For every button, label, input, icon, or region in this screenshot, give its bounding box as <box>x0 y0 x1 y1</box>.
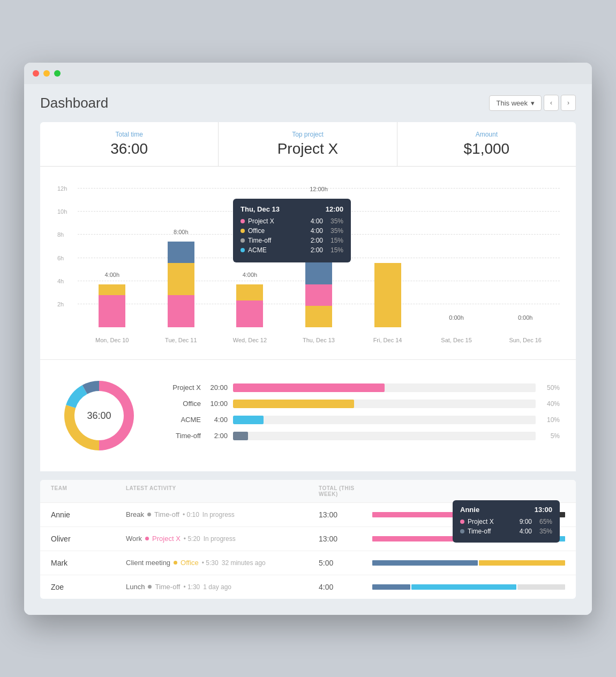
chart-tooltip: Thu, Dec 13 12:00 Project X 4:00 35% Off… <box>233 199 351 262</box>
prev-week-button[interactable]: ‹ <box>544 95 559 111</box>
progress-cell: Annie 13:00 Project X 9:00 65% Time-off … <box>372 512 565 517</box>
activity-time: • 0:10 <box>183 511 199 518</box>
tooltip-pct: 65% <box>536 518 552 525</box>
gridline-label: 2h <box>57 301 64 307</box>
mini-bar <box>411 584 516 590</box>
tooltip-total: 13:00 <box>535 506 552 514</box>
breakdown-pct: 50% <box>541 384 560 392</box>
breakdown-bar-fill <box>233 400 354 408</box>
tooltip-project-name: Project X <box>468 518 520 525</box>
breakdown-section: 36:00 Project X 20:00 50% Office 10:00 4… <box>40 360 576 471</box>
tooltip-name: Annie <box>460 506 479 514</box>
breakdown-pct: 10% <box>541 416 560 424</box>
breakdown-project-time: 20:00 <box>206 383 228 392</box>
tooltip-time: 4:00 <box>311 217 323 225</box>
tooltip-header: Annie 13:00 <box>460 506 552 514</box>
activity-type: Client meeting <box>126 559 170 567</box>
total-time-card: Total time 36:00 <box>40 122 219 166</box>
activity-status: In progress <box>202 511 235 518</box>
tooltip-row: Project X 4:00 35% <box>241 217 343 225</box>
mini-bars <box>372 560 565 566</box>
activity-type: Lunch <box>126 583 145 591</box>
team-header-chart <box>372 485 565 497</box>
tooltip-project-name: Office <box>248 227 311 235</box>
breakdown-bar-fill <box>233 416 264 424</box>
day-label: Mon, Dec 10 <box>95 337 129 343</box>
tooltip-pct: 15% <box>327 246 343 254</box>
mini-bar <box>479 560 565 566</box>
bar-group: 8:00hTue, Dec 11 <box>162 242 200 327</box>
breakdown-project-name: ACME <box>163 416 201 424</box>
day-label: Wed, Dec 12 <box>233 337 267 343</box>
tooltip-pct: 35% <box>327 217 343 225</box>
tooltip-dot <box>241 238 245 243</box>
bar-total-label: 4:00h <box>105 272 120 278</box>
activity-type: Work <box>126 535 142 543</box>
team-rows: Annie Break Time-off • 0:10 In progress … <box>40 503 576 599</box>
day-label: Tue, Dec 11 <box>165 337 197 343</box>
breakdown-bar-fill <box>233 383 385 392</box>
amount-card: Amount $1,000 <box>397 122 576 166</box>
bar-segment <box>305 284 332 306</box>
team-row: Mark Client meeting Office • 5:30 32 min… <box>40 551 576 575</box>
expand-dot <box>54 70 61 77</box>
next-week-button[interactable]: › <box>561 95 576 111</box>
activity-status: 32 minutes ago <box>222 559 266 567</box>
activity-dot <box>174 561 177 565</box>
titlebar <box>24 63 592 84</box>
donut-chart: 36:00 <box>56 373 142 458</box>
bar-segment <box>99 295 125 327</box>
tooltip-project-name: Time-off <box>468 528 520 535</box>
bar-segment <box>236 284 263 300</box>
chart-section: 12h10h8h6h4h2h 4:00hMon, Dec 108:00hTue,… <box>40 167 576 360</box>
tooltip-pct: 15% <box>327 237 343 244</box>
bar-stack: 4:00h <box>236 284 263 327</box>
tooltip-time: 2:00 <box>311 246 323 254</box>
tooltip-time: 2:00 <box>311 237 323 244</box>
close-dot <box>33 70 39 77</box>
tooltip-time: 4:00 <box>311 227 323 235</box>
gridline-label: 12h <box>57 185 67 192</box>
tooltip-pct: 35% <box>536 528 552 535</box>
tooltip-project-name: Time-off <box>248 237 311 244</box>
bar-segment <box>168 242 194 263</box>
top-project-card: Top project Project X <box>219 122 397 166</box>
activity-time: • 5:20 <box>184 535 200 543</box>
activity-dot <box>147 513 151 516</box>
bar-group: 4:00hMon, Dec 10 <box>93 284 131 327</box>
tooltip-dot <box>460 529 464 533</box>
tooltip-total: 12:00 <box>326 205 343 213</box>
bar-total-label: 4:00h <box>243 272 258 278</box>
total-cell: 5:00 <box>319 559 372 567</box>
breakdown-project-time: 10:00 <box>206 400 228 408</box>
breakdown-row: ACME 4:00 10% <box>163 416 560 424</box>
total-time-value: 36:00 <box>51 140 207 157</box>
tooltip-row: Time-off 4:00 35% <box>460 528 552 535</box>
minimize-dot <box>43 70 50 77</box>
top-project-label: Top project <box>229 131 386 138</box>
activity-project: Project X <box>152 535 181 543</box>
page-title: Dashboard <box>40 95 108 111</box>
tooltip-project-name: Project X <box>248 217 311 225</box>
team-tooltip: Annie 13:00 Project X 9:00 65% Time-off … <box>453 500 560 543</box>
tooltip-dot <box>241 229 245 233</box>
bar-segment <box>236 300 263 327</box>
chart-area: 12h10h8h6h4h2h 4:00hMon, Dec 108:00hTue,… <box>56 177 560 349</box>
tooltip-pct: 35% <box>327 227 343 235</box>
day-label: Fri, Dec 14 <box>373 337 402 343</box>
activity-type: Break <box>126 510 144 518</box>
bar-segment <box>99 284 125 295</box>
donut-label: 36:00 <box>87 410 111 421</box>
main-content: Dashboard This week ▾ ‹ › Total time 36:… <box>24 84 592 615</box>
activity-cell: Break Time-off • 0:10 In progress <box>126 510 319 518</box>
activity-cell: Work Project X • 5:20 In progress <box>126 535 319 543</box>
tooltip-time: 9:00 <box>520 518 532 525</box>
mini-bars <box>372 584 565 590</box>
activity-time: • 5:30 <box>202 559 219 567</box>
breakdown-bar-container <box>233 432 536 440</box>
this-week-button[interactable]: This week ▾ <box>489 95 542 111</box>
breakdown-row: Office 10:00 40% <box>163 400 560 408</box>
activity-project: Office <box>181 559 199 567</box>
mini-bar <box>517 584 565 590</box>
activity-cell: Client meeting Office • 5:30 32 minutes … <box>126 559 319 567</box>
